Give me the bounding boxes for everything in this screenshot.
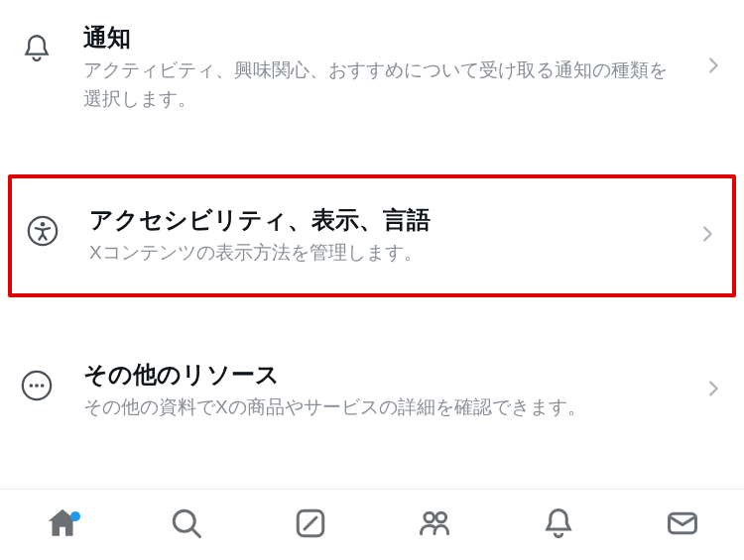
- nav-messages[interactable]: [620, 505, 744, 545]
- svg-point-11: [435, 512, 445, 522]
- nav-home[interactable]: [0, 505, 124, 545]
- settings-list: 通知 アクティビティ、興味関心、おすすめについて受け取る通知の種類を選択します。…: [0, 0, 744, 444]
- row-text: その他のリソース その他の資料でXの商品やサービスの詳細を確認できます。: [83, 359, 724, 422]
- settings-item-other-resources[interactable]: その他のリソース その他の資料でXの商品やサービスの詳細を確認できます。: [0, 337, 744, 444]
- settings-item-notifications[interactable]: 通知 アクティビティ、興味関心、おすすめについて受け取る通知の種類を選択します。: [0, 0, 744, 135]
- bottom-nav: [0, 489, 744, 560]
- svg-point-3: [29, 384, 33, 388]
- svg-line-7: [192, 529, 200, 537]
- chevron-right-icon: [702, 55, 724, 80]
- accessibility-icon: [26, 214, 60, 248]
- bell-icon: [541, 505, 576, 545]
- row-title: その他のリソース: [83, 359, 684, 390]
- notification-dot: [70, 511, 80, 521]
- nav-notifications[interactable]: [496, 505, 620, 545]
- chevron-right-icon: [702, 378, 724, 403]
- row-description: Xコンテンツの表示方法を管理します。: [89, 239, 679, 268]
- row-text: 通知 アクティビティ、興味関心、おすすめについて受け取る通知の種類を選択します。: [83, 22, 724, 113]
- chevron-right-icon: [696, 223, 718, 249]
- envelope-icon: [665, 505, 700, 545]
- svg-point-4: [35, 384, 39, 388]
- svg-line-9: [305, 517, 316, 529]
- row-description: その他の資料でXの商品やサービスの詳細を確認できます。: [83, 393, 684, 422]
- bell-icon: [20, 32, 54, 65]
- svg-point-10: [424, 512, 434, 522]
- people-icon: [417, 505, 452, 545]
- row-title: 通知: [83, 22, 684, 53]
- nav-search[interactable]: [124, 505, 248, 545]
- nav-communities[interactable]: [372, 505, 496, 545]
- svg-point-1: [41, 222, 46, 227]
- row-description: アクティビティ、興味関心、おすすめについて受け取る通知の種類を選択します。: [83, 56, 684, 113]
- more-circle-icon: [20, 369, 54, 402]
- svg-point-5: [41, 384, 45, 388]
- compose-icon: [293, 505, 328, 545]
- row-title: アクセシビリティ、表示、言語: [89, 204, 679, 235]
- settings-item-accessibility-display-language[interactable]: アクセシビリティ、表示、言語 Xコンテンツの表示方法を管理します。: [8, 174, 736, 297]
- row-text: アクセシビリティ、表示、言語 Xコンテンツの表示方法を管理します。: [89, 204, 718, 268]
- nav-compose[interactable]: [248, 505, 372, 545]
- search-icon: [169, 505, 204, 545]
